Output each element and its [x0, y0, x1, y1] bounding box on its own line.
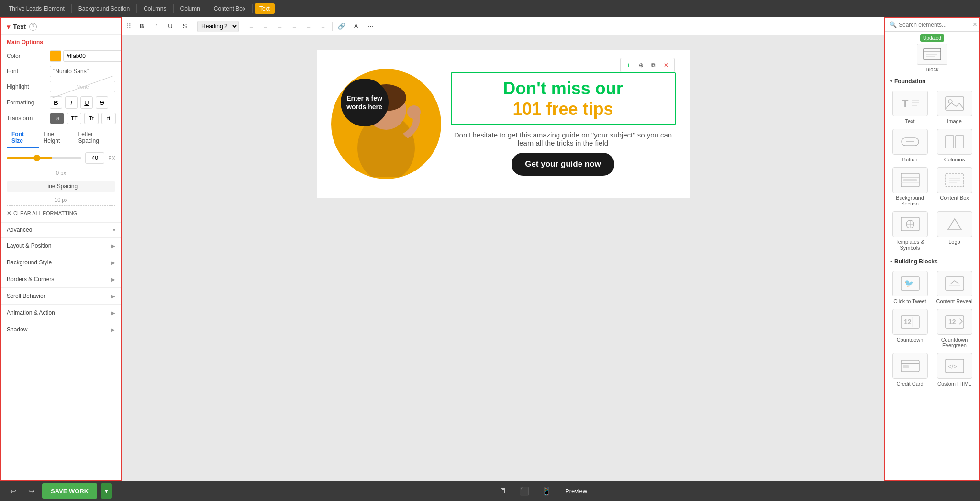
animation-action-header[interactable]: Animation & Action ▶: [1, 305, 121, 321]
drag-handle[interactable]: ⠿: [126, 22, 132, 31]
delete-element-btn[interactable]: ✕: [661, 60, 671, 70]
italic-toolbar-btn[interactable]: I: [150, 20, 162, 33]
layout-position-header[interactable]: Layout & Position ▶: [1, 238, 121, 254]
font-size-slider[interactable]: [7, 157, 81, 159]
add-element-btn[interactable]: +: [624, 60, 634, 70]
nav-background-section[interactable]: Background Section: [74, 3, 134, 14]
align-center-btn[interactable]: ≡: [259, 20, 272, 33]
desktop-btn[interactable]: 🖥: [495, 484, 510, 498]
font-size-input[interactable]: [85, 152, 104, 164]
color-toolbar-btn[interactable]: A: [350, 20, 362, 33]
element-background-section[interactable]: Background Section: [890, 167, 930, 206]
highlight-row: Highlight None: [7, 81, 115, 92]
nav-columns[interactable]: Columns: [139, 3, 171, 14]
spacing-top-label: 0 px: [7, 169, 115, 177]
align-right-btn[interactable]: ≡: [274, 20, 286, 33]
nav-thrive-leads[interactable]: Thrive Leads Element: [4, 3, 69, 14]
tab-font-size[interactable]: Font Size: [7, 128, 39, 148]
background-style-header[interactable]: Background Style ▶: [1, 254, 121, 271]
highlight-slash: [52, 75, 113, 98]
content-box-element-icon: [937, 167, 972, 193]
mobile-btn[interactable]: 📱: [539, 484, 554, 498]
element-button[interactable]: Button: [890, 129, 930, 162]
layout-arrow: ▶: [111, 243, 115, 249]
highlight-box[interactable]: None: [50, 81, 115, 92]
selected-text-box[interactable]: + ⊕ ⧉ ✕ Don't miss our 101 free tips: [451, 72, 676, 125]
svg-marker-30: [948, 219, 961, 229]
element-templates[interactable]: Templates & Symbols: [890, 211, 930, 250]
transform-lowercase-button[interactable]: tt: [101, 113, 116, 124]
tab-line-height[interactable]: Line Height: [39, 128, 74, 148]
scroll-behavior-header[interactable]: Scroll Behavior ▶: [1, 288, 121, 304]
headline-container: Don't miss our 101 free tips: [458, 78, 668, 119]
bold-toolbar-btn[interactable]: B: [135, 20, 148, 33]
element-click-to-tweet[interactable]: 🐦 Click to Tweet: [890, 271, 930, 304]
search-close-icon[interactable]: ✕: [972, 21, 978, 28]
save-button[interactable]: SAVE WORK: [42, 483, 97, 499]
element-credit-card[interactable]: Credit Card: [890, 353, 930, 387]
bold-button[interactable]: B: [50, 96, 62, 109]
element-content-box[interactable]: Content Box: [935, 167, 974, 206]
italic-button[interactable]: I: [65, 96, 78, 109]
search-input[interactable]: [899, 22, 970, 28]
advanced-row[interactable]: Advanced ▾: [1, 222, 121, 237]
nav-column[interactable]: Column: [176, 3, 205, 14]
element-content-reveal[interactable]: Content Reveal: [935, 271, 974, 304]
transform-capitalize-button[interactable]: Tt: [84, 113, 99, 124]
heading-select[interactable]: Heading 2 Heading 1 Heading 3 Paragraph: [197, 21, 239, 32]
clear-formatting-label: CLEAR ALL FORMATTING: [13, 210, 77, 216]
help-icon[interactable]: ?: [29, 23, 37, 31]
align-justify-btn[interactable]: ≡: [288, 20, 301, 33]
save-dropdown-button[interactable]: ▾: [101, 483, 112, 499]
element-countdown[interactable]: 12 Countdown: [890, 309, 930, 348]
bottom-center: 🖥 ⬛ 📱 Preview: [495, 484, 591, 498]
cta-button[interactable]: Get your guide now: [512, 153, 614, 176]
font-input[interactable]: [50, 66, 122, 77]
element-countdown-evergreen[interactable]: 12 Countdown Evergreen: [935, 309, 974, 348]
shadow-header[interactable]: Shadow ▶: [1, 321, 121, 338]
color-input[interactable]: [63, 50, 122, 62]
list-ordered-btn[interactable]: ≡: [317, 20, 329, 33]
layout-position-label: Layout & Position: [7, 242, 51, 249]
more-btn[interactable]: ⋯: [364, 20, 377, 33]
element-columns[interactable]: Columns: [935, 129, 974, 162]
align-left-btn[interactable]: ≡: [245, 20, 257, 33]
color-swatch[interactable]: [50, 50, 61, 62]
element-image[interactable]: Image: [935, 91, 974, 124]
tablet-btn[interactable]: ⬛: [517, 484, 532, 498]
countdown-icon: 12: [892, 309, 928, 335]
svg-point-3: [407, 105, 421, 119]
foundation-label: Foundation: [894, 78, 925, 85]
redo-button[interactable]: ↪: [24, 484, 38, 498]
nav-content-box[interactable]: Content Box: [209, 3, 250, 14]
clear-formatting-button[interactable]: ✕ CLEAR ALL FORMATTING: [7, 208, 115, 218]
move-element-btn[interactable]: ⊕: [636, 60, 646, 70]
transform-uppercase-button[interactable]: TT: [67, 113, 81, 124]
list-unordered-btn[interactable]: ≡: [302, 20, 315, 33]
strikethrough-toolbar-btn[interactable]: S: [178, 20, 191, 33]
strikethrough-button[interactable]: S: [96, 96, 108, 109]
collapse-arrow[interactable]: ▾: [7, 23, 10, 31]
bg-section-element-label: Background Section: [890, 195, 930, 206]
underline-toolbar-btn[interactable]: U: [164, 20, 177, 33]
button-element-label: Button: [902, 157, 918, 162]
undo-button[interactable]: ↩: [6, 484, 20, 498]
underline-button[interactable]: U: [80, 96, 93, 109]
line-spacing-box[interactable]: Line Spacing: [7, 181, 115, 192]
element-text[interactable]: T Text: [890, 91, 930, 124]
transform-none-button[interactable]: ⊘: [50, 113, 64, 124]
nav-text[interactable]: Text: [255, 3, 275, 14]
shadow-arrow: ▶: [111, 327, 115, 332]
duplicate-element-btn[interactable]: ⧉: [648, 60, 659, 70]
preview-button[interactable]: Preview: [561, 486, 591, 497]
bottom-bar: ↩ ↪ SAVE WORK ▾ 🖥 ⬛ 📱 Preview: [0, 481, 980, 501]
element-custom-html[interactable]: </> Custom HTML: [935, 353, 974, 387]
block-item[interactable]: Updated Block: [917, 34, 947, 72]
link-btn[interactable]: 🔗: [335, 20, 348, 33]
svg-text:12: 12: [948, 318, 956, 326]
borders-corners-header[interactable]: Borders & Corners ▶: [1, 271, 121, 287]
tab-letter-spacing[interactable]: Letter Spacing: [74, 128, 116, 148]
clear-icon: ✕: [7, 210, 11, 216]
block-svg: [923, 47, 942, 61]
element-logo[interactable]: Logo: [935, 211, 974, 250]
